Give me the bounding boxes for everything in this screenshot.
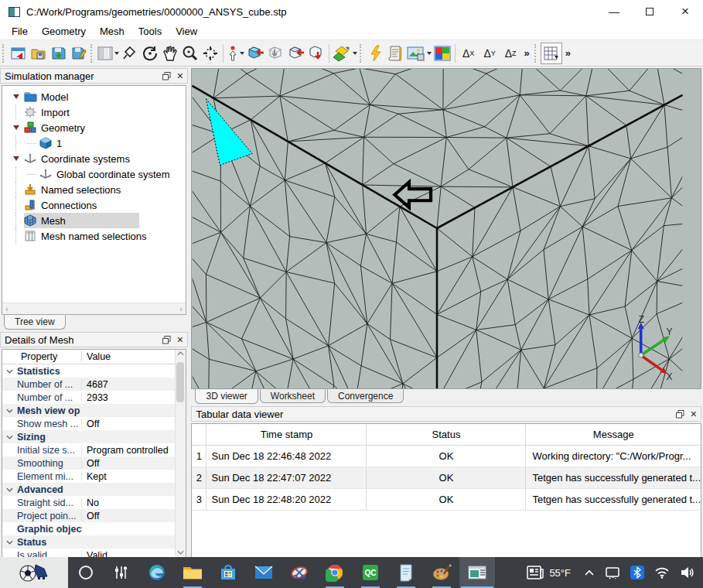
taskbar-qc-button[interactable]: QC	[353, 557, 388, 588]
generate-mesh-button[interactable]	[366, 43, 386, 64]
pan-view-button[interactable]	[160, 43, 180, 64]
expand-arrow-icon[interactable]	[13, 94, 19, 99]
expand-arrow-icon[interactable]	[13, 156, 19, 161]
tree-item-body-1[interactable]: 1	[9, 135, 186, 151]
details-row-advanced[interactable]: Advanced	[2, 483, 175, 496]
taskbar-edge-button[interactable]	[139, 557, 175, 588]
scroll-left-icon[interactable]: ‹	[5, 304, 9, 313]
view-cube-front-button[interactable]	[246, 43, 266, 64]
close-button[interactable]: ×	[667, 0, 703, 23]
menu-view[interactable]: View	[169, 23, 204, 39]
tabular-row-3[interactable]: 3 Sun Dec 18 22:48:20 2022 OK Tetgen has…	[192, 489, 701, 511]
tree-item-geometry[interactable]: Geometry	[9, 120, 186, 135]
tree-item-model[interactable]: Model	[9, 89, 186, 104]
details-row[interactable]: Show mesh ...Off	[2, 417, 175, 430]
taskbar-weather-widget[interactable]: 55°F	[524, 566, 574, 579]
tray-cast-icon[interactable]	[605, 566, 620, 579]
tree-item-mesh-named-selections[interactable]: Mesh named selections	[9, 228, 186, 244]
menu-geometry[interactable]: Geometry	[35, 23, 93, 39]
tab-worksheet[interactable]: Worksheet	[260, 389, 326, 403]
menu-file[interactable]: File	[5, 23, 35, 39]
menu-tools[interactable]: Tools	[131, 23, 169, 39]
rotate-view-button[interactable]	[140, 43, 160, 64]
zoom-fit-button[interactable]	[200, 43, 220, 64]
scrollbar-thumb[interactable]	[176, 362, 184, 402]
taskbar-app-tile[interactable]	[0, 557, 68, 588]
close-panel-icon[interactable]: ×	[691, 409, 697, 419]
table-grid-button[interactable]	[541, 43, 562, 64]
tree-item-import[interactable]: Import	[9, 104, 186, 120]
taskbar-explorer-button[interactable]	[175, 557, 210, 588]
toolbar-drag-handle[interactable]	[90, 44, 95, 63]
view-cube-back-button[interactable]	[266, 43, 286, 64]
taskbar-active-app-button[interactable]	[459, 557, 495, 588]
details-row-status[interactable]: Status	[2, 535, 175, 549]
float-panel-icon[interactable]	[676, 410, 684, 419]
import-geometry-button[interactable]	[9, 43, 29, 64]
toolbar-drag-handle[interactable]	[360, 44, 364, 63]
float-panel-icon[interactable]	[162, 72, 171, 80]
tray-wifi-icon[interactable]	[654, 566, 670, 579]
save-as-button[interactable]	[69, 43, 89, 64]
highlighted-triangle[interactable]	[206, 99, 253, 166]
delta-x-button[interactable]: ΔX	[458, 43, 479, 64]
pin-view-button[interactable]	[120, 43, 140, 64]
tree-horizontal-scrollbar[interactable]: ‹ ›	[2, 303, 186, 314]
tab-3d-viewer[interactable]: 3D viewer	[195, 389, 258, 404]
layout-panels-button[interactable]	[97, 43, 120, 64]
taskbar-chrome-button[interactable]	[317, 557, 353, 588]
details-row[interactable]: Number of ...4687	[2, 378, 175, 391]
details-row[interactable]: Initial size s...Program controlled	[2, 443, 175, 456]
mesh-canvas[interactable]: ZYX	[192, 69, 683, 388]
tray-volume-icon[interactable]	[680, 566, 695, 579]
log-button[interactable]	[386, 43, 406, 64]
tabular-row-2[interactable]: 2 Sun Dec 18 22:47:07 2022 OK Tetgen has…	[192, 467, 701, 489]
minimize-button[interactable]: —	[596, 0, 632, 23]
toolbar-overflow-button[interactable]: »	[521, 47, 533, 59]
taskbar-snipping-button[interactable]	[282, 557, 317, 588]
tree-item-named-selections[interactable]: Named selections	[9, 182, 186, 197]
view-cube-bottom-button[interactable]	[306, 43, 326, 64]
close-panel-icon[interactable]: ×	[177, 70, 183, 81]
tab-convergence[interactable]: Convergence	[327, 389, 404, 403]
mesh-face-2[interactable]	[437, 69, 683, 388]
menu-mesh[interactable]: Mesh	[93, 23, 131, 39]
toolbar-drag-handle[interactable]	[2, 44, 7, 63]
tray-bluetooth-icon[interactable]	[630, 566, 644, 579]
viewer-3d[interactable]: ZYX	[191, 68, 701, 389]
color-settings-button[interactable]	[432, 43, 452, 64]
screenshot-button[interactable]	[406, 43, 432, 64]
delta-y-button[interactable]: ΔY	[479, 43, 500, 64]
details-row-sizing[interactable]: Sizing	[2, 430, 175, 443]
tree-item-connections[interactable]: Connections	[9, 197, 186, 213]
float-panel-icon[interactable]	[162, 336, 171, 344]
details-row[interactable]: Straight sid...No	[2, 496, 175, 509]
selection-mode-button[interactable]	[226, 43, 246, 64]
tree-item-coordinate-systems[interactable]: Coordinate systems	[9, 151, 186, 166]
tab-tree-view[interactable]: Tree view	[4, 315, 66, 330]
taskbar-paint-button[interactable]	[424, 557, 459, 588]
toolbar-drag-handle[interactable]	[534, 44, 539, 63]
view-cube-left-button[interactable]	[286, 43, 306, 64]
tree-item-mesh[interactable]: Mesh	[9, 213, 186, 228]
details-row[interactable]: Element mi...Kept	[2, 470, 175, 483]
details-row-statistics[interactable]: Statistics	[2, 364, 175, 378]
details-row[interactable]: Project poin...Off	[2, 509, 175, 522]
mesh-face-0[interactable]	[192, 69, 683, 228]
details-row-graphic-object[interactable]: Graphic object	[2, 522, 175, 535]
taskbar-task-view-button[interactable]	[104, 557, 139, 588]
tree-item-global-coordinate-system[interactable]: Global coordinate system	[9, 166, 186, 182]
taskbar-store-button[interactable]	[210, 557, 246, 588]
section-plane-button[interactable]	[332, 43, 358, 64]
details-row[interactable]: Number of ...2933	[2, 391, 175, 404]
zoom-button[interactable]	[180, 43, 200, 64]
mesh-face-1[interactable]	[192, 69, 437, 388]
expand-arrow-icon[interactable]	[13, 125, 19, 130]
tabular-row-1[interactable]: 1 Sun Dec 18 22:46:48 2022 OK Working di…	[192, 446, 701, 467]
details-row[interactable]: SmoothingOff	[2, 456, 175, 470]
taskbar-notepad-button[interactable]	[388, 557, 424, 588]
delta-z-button[interactable]: ΔZ	[500, 43, 521, 64]
tray-chevron-up-icon[interactable]	[584, 569, 595, 576]
taskbar-mail-button[interactable]	[246, 557, 282, 588]
scroll-right-icon[interactable]: ›	[179, 304, 183, 313]
